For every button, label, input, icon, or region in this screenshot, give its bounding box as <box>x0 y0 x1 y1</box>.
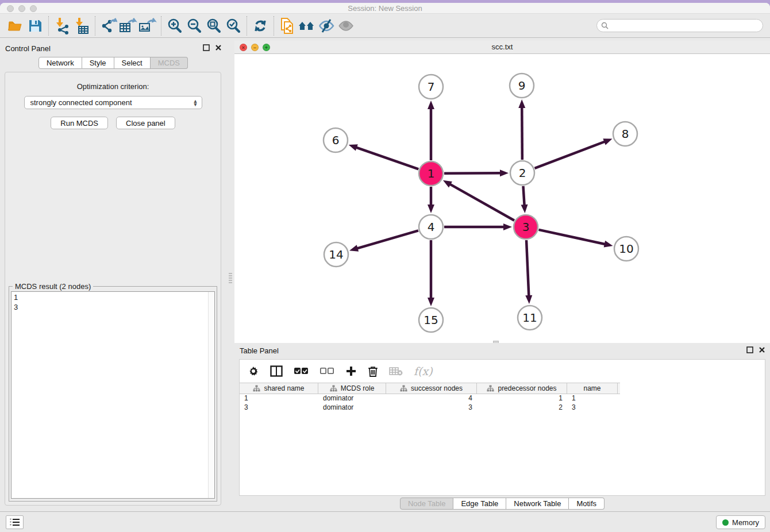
tab-motifs[interactable]: Motifs <box>569 498 605 510</box>
zoom-in-icon[interactable] <box>165 17 184 35</box>
tab-style[interactable]: Style <box>82 57 114 69</box>
export-table-icon[interactable] <box>118 17 138 35</box>
network-view-window: × − + scc.txt 7968124314101511 <box>234 41 770 343</box>
graph-edge-1-2[interactable] <box>444 173 500 174</box>
cell-name: 1 <box>567 394 618 403</box>
search-icon <box>601 22 609 29</box>
node-label: 3 <box>522 220 530 234</box>
table-toolbar: f(x) <box>240 360 765 383</box>
graph-node-3[interactable]: 3 <box>514 215 538 239</box>
memory-label: Memory <box>732 518 759 527</box>
column-header-shared-name[interactable]: shared name <box>240 383 318 394</box>
graph-node-8[interactable]: 8 <box>613 122 637 146</box>
split-view-icon[interactable] <box>270 365 283 377</box>
memory-status-icon <box>722 519 729 526</box>
close-panel-button[interactable]: Close panel <box>116 117 175 129</box>
graph-node-10[interactable]: 10 <box>614 237 638 261</box>
select-all-columns-icon[interactable] <box>294 367 309 375</box>
graph-node-6[interactable]: 6 <box>324 128 348 152</box>
export-image-icon[interactable] <box>138 17 157 35</box>
mcds-result-group: MCDS result (2 nodes) 1 3 <box>9 286 217 502</box>
search-input[interactable] <box>609 22 759 30</box>
gear-icon[interactable] <box>248 365 259 377</box>
import-table-icon[interactable] <box>72 17 91 35</box>
cell-shared-name: 3 <box>240 403 318 413</box>
cell-predecessor-nodes: 1 <box>477 394 567 403</box>
column-header-name[interactable]: name <box>567 383 618 394</box>
column-type-icon <box>487 385 494 392</box>
mcds-result-text[interactable]: 1 3 <box>11 291 215 499</box>
vertical-splitter-grip[interactable] <box>229 272 232 284</box>
graph-node-11[interactable]: 11 <box>518 306 542 330</box>
save-icon[interactable] <box>25 17 45 35</box>
graph-edge-2-8[interactable] <box>535 141 605 168</box>
toolbar-separator <box>247 16 247 36</box>
cell-successor-nodes: 3 <box>386 403 477 413</box>
table-row[interactable]: 3dominator323 <box>240 403 620 413</box>
graph-edge-3-11[interactable] <box>526 240 529 296</box>
node-label: 14 <box>329 248 343 261</box>
graph-edge-2-9[interactable] <box>522 107 522 160</box>
table-panel: Table Panel <box>234 343 770 514</box>
table-header-row: shared nameMCDS rolesuccessor nodesprede… <box>240 383 620 394</box>
node-label: 8 <box>622 127 629 141</box>
graph-node-2[interactable]: 2 <box>510 161 534 185</box>
clone-network-icon[interactable] <box>278 17 297 35</box>
search-box <box>596 19 763 32</box>
zoom-out-icon[interactable] <box>184 17 204 35</box>
cell-predecessor-nodes: 2 <box>477 403 567 413</box>
table-row[interactable]: 1dominator411 <box>240 394 620 403</box>
tab-edge-table[interactable]: Edge Table <box>453 498 506 510</box>
graph-node-14[interactable]: 14 <box>324 242 348 267</box>
cell-name: 3 <box>567 403 618 413</box>
close-panel-icon[interactable] <box>215 44 222 51</box>
tab-network[interactable]: Network <box>38 57 82 69</box>
mcds-panel: Optimization criterion: strongly connect… <box>5 72 221 506</box>
criterion-dropdown[interactable]: strongly connected component ▲▼ <box>24 96 202 109</box>
task-history-button[interactable] <box>6 515 24 529</box>
hide-selected-icon[interactable] <box>317 17 336 35</box>
network-canvas[interactable]: 7968124314101511 <box>234 54 770 343</box>
graph-edge-1-6[interactable] <box>356 148 418 169</box>
graph-edge-2-3[interactable] <box>523 186 524 205</box>
graph-node-9[interactable]: 9 <box>510 74 534 98</box>
delete-table-icon <box>389 367 403 376</box>
graph-node-1[interactable]: 1 <box>419 161 443 186</box>
import-network-icon[interactable] <box>52 17 72 35</box>
column-header-successor-nodes[interactable]: successor nodes <box>386 383 477 394</box>
run-mcds-button[interactable]: Run MCDS <box>51 117 108 129</box>
tab-mcds[interactable]: MCDS <box>151 57 188 69</box>
graph-edge-4-14[interactable] <box>357 230 418 248</box>
show-all-icon[interactable] <box>336 17 356 35</box>
graph-node-7[interactable]: 7 <box>419 75 443 99</box>
open-folder-icon[interactable] <box>6 17 25 35</box>
unselect-all-columns-icon[interactable] <box>319 367 334 375</box>
window-title: Session: New Session <box>0 4 770 13</box>
close-table-panel-icon[interactable] <box>759 346 765 353</box>
main-toolbar <box>0 14 770 38</box>
zoom-selected-icon[interactable] <box>224 17 243 35</box>
graph-node-15[interactable]: 15 <box>419 308 443 332</box>
tab-node-table[interactable]: Node Table <box>400 498 454 510</box>
graph-node-4[interactable]: 4 <box>419 215 443 239</box>
float-panel-icon[interactable] <box>203 44 210 51</box>
float-table-panel-icon[interactable] <box>746 346 753 353</box>
refresh-icon[interactable] <box>251 17 270 35</box>
column-header-MCDS-role[interactable]: MCDS role <box>318 383 386 394</box>
control-panel-title: Control Panel <box>5 44 51 53</box>
graph-edge-3-10[interactable] <box>538 230 605 244</box>
result-scrollbar[interactable] <box>208 292 214 498</box>
export-network-icon[interactable] <box>99 17 118 35</box>
tab-select[interactable]: Select <box>114 57 151 69</box>
toolbar-separator <box>274 16 274 36</box>
nested-networks-icon[interactable] <box>297 17 317 35</box>
tab-network-table[interactable]: Network Table <box>506 498 569 510</box>
graph-edge-3-1[interactable] <box>450 184 514 221</box>
zoom-fit-icon[interactable] <box>204 17 224 35</box>
memory-button[interactable]: Memory <box>716 515 765 529</box>
add-column-icon[interactable] <box>345 365 357 377</box>
delete-column-icon[interactable] <box>368 365 378 377</box>
function-builder-icon: f(x) <box>414 365 433 377</box>
node-label: 4 <box>428 220 435 234</box>
column-header-predecessor-nodes[interactable]: predecessor nodes <box>477 383 567 394</box>
